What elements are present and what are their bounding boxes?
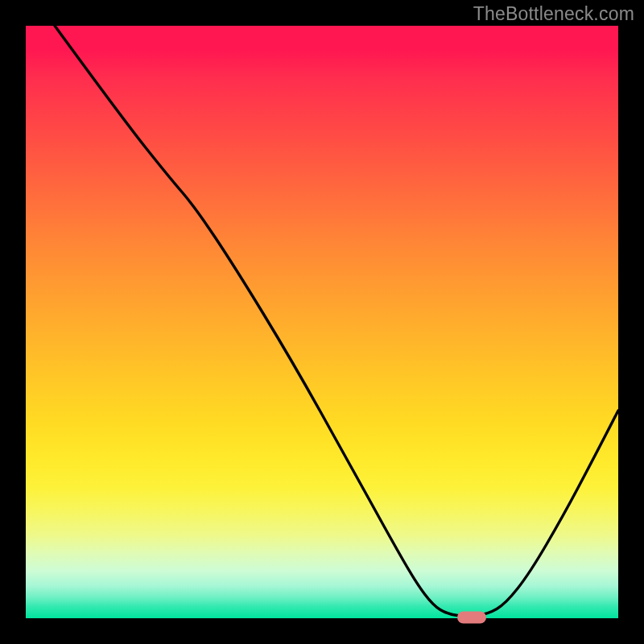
optimum-marker — [457, 612, 486, 624]
bottleneck-curve — [55, 26, 618, 616]
curve-layer — [26, 26, 618, 618]
plot-area — [26, 26, 618, 618]
chart-canvas: TheBottleneck.com — [0, 0, 644, 644]
watermark-text: TheBottleneck.com — [473, 3, 634, 25]
